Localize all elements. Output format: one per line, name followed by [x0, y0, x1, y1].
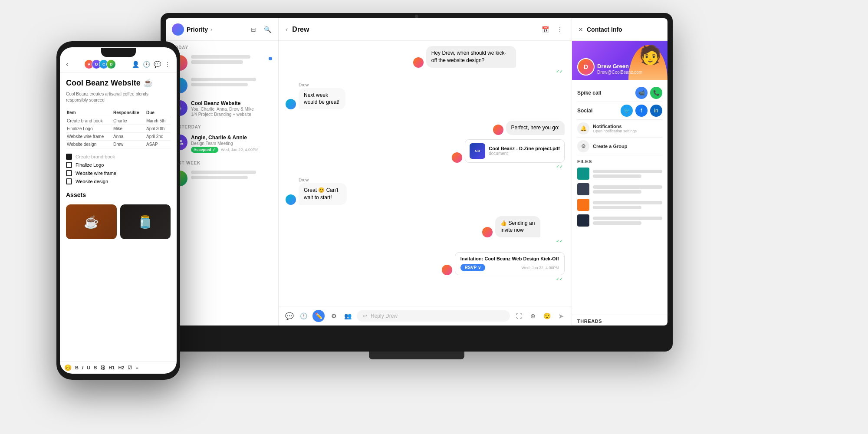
- expand-icon[interactable]: ⛶: [514, 311, 524, 321]
- linkedin-button[interactable]: in: [650, 105, 662, 117]
- chat-messages: Hey Drew, when should we kick-off the we…: [279, 41, 572, 306]
- contact-body: Spike call 📹 📞 Social 🐦 f: [572, 80, 667, 315]
- list-item[interactable]: [166, 74, 278, 97]
- chat-panel: ‹ Drew 📅 ⋮ Hey Drew, when should: [279, 18, 572, 326]
- list-item-coolbeanz[interactable]: ≡ Cool Beanz Website You, Charlie, Anna,…: [166, 97, 278, 120]
- assets-label: Assets: [66, 191, 171, 198]
- file-icon: [577, 199, 589, 211]
- sender-avatar: [442, 265, 452, 275]
- table-row: Website design Drew ASAP: [66, 141, 171, 148]
- assets-row: ☕ 🫙: [66, 204, 171, 239]
- h2-button[interactable]: H2: [118, 365, 124, 370]
- phone-screen: ‹ A B C D 👤 🕐 💬 ⋮ Cool Beanz Website: [60, 47, 177, 374]
- asset-coffee[interactable]: ☕: [66, 204, 117, 239]
- italic-button[interactable]: I: [82, 365, 83, 370]
- spike-call-label: Spike call: [577, 90, 601, 96]
- video-call-button[interactable]: 📹: [635, 87, 648, 99]
- checkbox-button[interactable]: ☑: [128, 365, 132, 371]
- h1-button[interactable]: H1: [108, 365, 115, 370]
- checkbox-checked[interactable]: [66, 154, 72, 160]
- send-icon[interactable]: ➤: [556, 311, 566, 321]
- chat-header: ‹ Drew 📅 ⋮: [279, 18, 572, 41]
- checklist-item: Finalize Logo: [66, 162, 171, 168]
- checkbox-empty[interactable]: [66, 162, 72, 168]
- message-bubble: Hey Drew, when should we kick-off the we…: [426, 46, 516, 68]
- conv-date: Wed, Jan 22, 4:00PM: [221, 148, 258, 152]
- file-attachment[interactable]: CB Cool Beanz - D-Zine project.pdf docum…: [465, 139, 565, 163]
- phone-back-button[interactable]: ‹: [66, 60, 68, 68]
- group-icon[interactable]: ⚙: [329, 311, 339, 321]
- clock-icon[interactable]: 🕐: [143, 61, 150, 68]
- chat-title: Drew: [292, 26, 309, 33]
- checkbox-empty[interactable]: [66, 178, 72, 184]
- invite-title: Invitation: Cool Beanz Web Design Kick-O…: [460, 256, 559, 261]
- facebook-button[interactable]: f: [635, 105, 648, 117]
- create-group-icon: ⚙: [577, 140, 589, 152]
- bold-button[interactable]: B: [75, 365, 79, 370]
- table-row: Create brand book Charlie March 5th: [66, 117, 171, 125]
- checkbox-empty[interactable]: [66, 170, 72, 176]
- phone-notch: [101, 48, 136, 57]
- notifications-row: 🔔 Notifications Open notification settin…: [577, 120, 662, 138]
- section-lastweek: LAST WEEK: [166, 156, 278, 167]
- sender-avatar: [482, 227, 493, 237]
- clock-icon[interactable]: 🕐: [299, 311, 308, 321]
- emoji-button[interactable]: 😊: [64, 364, 72, 371]
- file-row[interactable]: [577, 166, 662, 181]
- strikethrough-button[interactable]: S: [94, 365, 97, 370]
- more-icon[interactable]: ⋮: [555, 25, 565, 34]
- sender-avatar: [413, 57, 424, 68]
- priority-arrow: ›: [210, 26, 212, 33]
- phone-avatars: A B C D: [84, 59, 116, 69]
- laptop-base: [369, 352, 464, 359]
- list-button[interactable]: ≡: [135, 365, 138, 370]
- person-icon[interactable]: 👤: [132, 61, 139, 68]
- notifications-sub: Open notification settings: [593, 129, 662, 133]
- conv-sub: 1/4 Project: Branding + website: [191, 112, 272, 117]
- file-row[interactable]: [577, 197, 662, 213]
- phone-doc-title: Cool Beanz Website ☕: [66, 78, 171, 88]
- people-icon[interactable]: 👥: [343, 311, 352, 321]
- contact-panel: ✕ Contact Info 🧑 D Drew Green Drew@CoolB…: [572, 18, 667, 326]
- asset-product[interactable]: 🫙: [120, 204, 171, 239]
- file-row[interactable]: [577, 213, 662, 228]
- input-icons: 💬 🕐 ✏️ ⚙ 👥: [285, 310, 352, 322]
- list-item-team[interactable]: Angie, Charlie & Annie Design Team Meeti…: [166, 131, 278, 156]
- filter-icon[interactable]: ⊟: [249, 25, 258, 34]
- close-button[interactable]: ✕: [578, 26, 583, 33]
- spike-call-actions: 📹 📞: [635, 87, 662, 99]
- back-button[interactable]: ‹: [286, 26, 288, 33]
- search-icon[interactable]: 🔍: [263, 25, 272, 34]
- calendar-icon[interactable]: 📅: [540, 25, 550, 34]
- message-bubble: Perfect, here you go:: [506, 121, 565, 135]
- chat-bubble-icon[interactable]: 💬: [285, 311, 294, 321]
- priority-label[interactable]: Priority: [187, 26, 208, 33]
- invite-card[interactable]: Invitation: Cool Beanz Web Design Kick-O…: [455, 252, 565, 275]
- reply-input[interactable]: ↩ Reply Drew: [357, 310, 510, 322]
- checklist-item: Create brand book: [66, 154, 171, 160]
- plus-icon[interactable]: ⊕: [528, 311, 538, 321]
- reply-arrow: ↩: [363, 313, 367, 319]
- emoji-icon[interactable]: 🙂: [542, 311, 552, 321]
- list-item[interactable]: [166, 52, 278, 74]
- file-thumbnail: CB: [470, 143, 485, 159]
- link-button[interactable]: ⛓: [100, 365, 105, 370]
- phone-doc-desc: Cool Beanz creates artisanal coffee blen…: [66, 91, 171, 103]
- rsvp-button[interactable]: RSVP ∨: [460, 264, 485, 271]
- hero-emoji: 🧑: [639, 44, 661, 66]
- contact-name: Drew Green: [597, 63, 642, 70]
- spike-call-row: Spike call 📹 📞: [577, 84, 662, 102]
- chat-icon[interactable]: 💬: [154, 61, 161, 68]
- file-row[interactable]: [577, 181, 662, 197]
- underline-button[interactable]: U: [87, 365, 90, 370]
- create-group-label[interactable]: Create a Group: [593, 144, 627, 149]
- twitter-button[interactable]: 🐦: [621, 105, 633, 117]
- phone-checklist: Create brand book Finalize Logo Website …: [66, 154, 171, 184]
- message-row: Invitation: Cool Beanz Web Design Kick-O…: [286, 252, 565, 275]
- more-icon[interactable]: ⋮: [164, 61, 171, 68]
- reply-placeholder: Reply Drew: [371, 313, 398, 319]
- list-item[interactable]: [166, 167, 278, 190]
- phone-call-button[interactable]: 📞: [650, 87, 662, 99]
- conv-name: Cool Beanz Website: [191, 100, 272, 106]
- compose-icon[interactable]: ✏️: [312, 310, 325, 322]
